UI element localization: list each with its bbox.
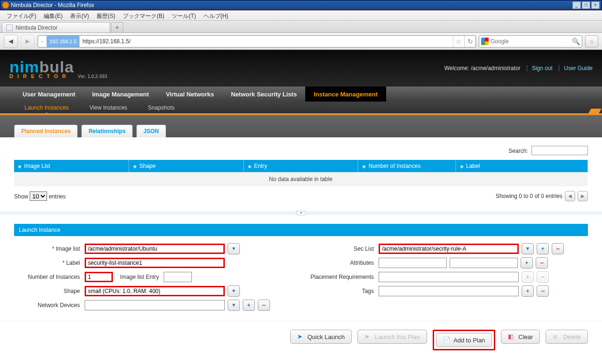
subnav-snapshots[interactable]: Snapshots [138, 102, 185, 113]
logo: nimbula DIRECTOR Ver. 1.0.2-593 [9, 58, 107, 79]
tab-planned-instances[interactable]: Planned Instances [14, 125, 78, 137]
col-entry[interactable]: Entry [244, 160, 358, 172]
splitter[interactable]: ▾ [0, 212, 602, 214]
action-bar: ➤ Quick Launch ➤ Launch this Plan 📄 Add … [0, 321, 602, 359]
browser-tab[interactable]: Nimbula Director [2, 22, 110, 32]
entries-select[interactable]: 10 [30, 191, 47, 201]
placement-label: Placement Requirements [308, 274, 379, 280]
menu-view[interactable]: 表示(V) [66, 10, 93, 20]
subnav-view-instances[interactable]: View Instances [79, 102, 138, 113]
subnav-launch-instances[interactable]: Launch Instances [14, 102, 79, 113]
welcome-area: Welcome: /acme/administrator Sign out Us… [444, 65, 593, 71]
search-box[interactable]: 🔍 [479, 35, 582, 47]
entries-label: entries [49, 193, 66, 200]
menu-file[interactable]: ファイル(F) [3, 10, 40, 20]
add-to-plan-highlight: 📄 Add to Plan [433, 330, 495, 350]
attributes-label: Attributes [308, 260, 379, 266]
attr-add-button[interactable]: + [521, 257, 533, 269]
prev-page-button[interactable]: ◄ [565, 191, 575, 201]
nav-instance-management[interactable]: Instance Management [305, 87, 386, 102]
welcome-text: Welcome: /acme/administrator [444, 65, 521, 71]
menu-edit[interactable]: 編集(E) [40, 10, 66, 20]
tab-relationships[interactable]: Relationships [81, 125, 133, 137]
next-page-button[interactable]: ► [578, 191, 588, 201]
new-tab-button[interactable]: + [111, 22, 123, 32]
launch-plan-button: ➤ Launch this Plan [357, 330, 427, 344]
quick-launch-button[interactable]: ➤ Quick Launch [290, 330, 352, 344]
label-input[interactable] [85, 258, 225, 268]
forward-button[interactable]: ► [21, 35, 35, 48]
num-instances-input[interactable] [85, 272, 113, 282]
table-search: Search: [14, 146, 588, 155]
menu-history[interactable]: 履歴(S) [93, 10, 119, 20]
seclist-remove-button[interactable]: − [552, 243, 564, 254]
netdev-input[interactable] [85, 300, 225, 310]
shape-input[interactable] [85, 286, 225, 296]
tab-json[interactable]: JSON [136, 125, 166, 137]
table-search-input[interactable] [531, 146, 588, 155]
netdev-label: Network Devices [14, 302, 85, 309]
home-button[interactable]: ⌂ [585, 35, 598, 47]
urlbar[interactable]: ▫ 192.168.1.5 https://192.168.1.5/ ☆ ↻ [38, 35, 476, 47]
seclist-dropdown[interactable]: ▼ [522, 243, 534, 254]
maximize-button[interactable]: □ [582, 1, 590, 9]
nav-virtual-networks[interactable]: Virtual Networks [158, 87, 222, 102]
netdev-remove-button[interactable]: − [258, 300, 270, 311]
tags-add-button[interactable]: + [522, 285, 534, 297]
app-header: nimbula DIRECTOR Ver. 1.0.2-593 Welcome:… [0, 50, 602, 87]
label-label: * Label [14, 260, 85, 266]
close-button[interactable]: × [591, 1, 600, 9]
nodata-cell: No data available in table [14, 172, 587, 186]
tags-label: Tags [308, 288, 379, 294]
show-label: Show [14, 193, 28, 200]
seclist-input[interactable] [379, 244, 519, 254]
image-list-dropdown[interactable]: ▼ [228, 243, 240, 254]
version-label: Ver. 1.0.2-593 [78, 74, 107, 79]
netdev-add-button[interactable]: + [243, 300, 255, 311]
col-shape[interactable]: Shape [129, 160, 244, 172]
page-icon [6, 24, 13, 31]
attr-remove-button[interactable]: − [536, 257, 548, 269]
attr-value-input[interactable] [450, 258, 518, 268]
site-identity[interactable]: 192.168.1.5 [47, 36, 79, 47]
menu-help[interactable]: ヘルプ(H) [200, 10, 232, 20]
seclist-label: Sec List [308, 245, 379, 252]
entry-label: Image list Entry [113, 274, 164, 280]
delete-icon: ⊘ [553, 333, 560, 340]
nav-image-management[interactable]: Image Management [84, 87, 158, 102]
menu-bookmarks[interactable]: ブックマーク(B) [119, 10, 168, 20]
reload-button[interactable]: ↻ [464, 36, 475, 47]
minimize-button[interactable]: _ [572, 1, 581, 9]
splitter-handle[interactable]: ▾ [296, 211, 306, 215]
nav-user-management[interactable]: User Management [14, 87, 84, 102]
shape-dropdown[interactable]: ▼ [228, 285, 240, 297]
image-list-label: * Image list [14, 245, 85, 252]
search-icon[interactable]: 🔍 [572, 38, 580, 45]
user-guide-link[interactable]: User Guide [559, 65, 593, 71]
entry-input[interactable] [164, 272, 192, 282]
col-image-list[interactable]: Image List [14, 160, 129, 172]
bookmark-star-icon[interactable]: ☆ [453, 36, 464, 47]
netdev-dropdown[interactable]: ▼ [228, 300, 240, 311]
clear-button[interactable]: ◧ Clear [501, 330, 540, 344]
add-to-plan-button[interactable]: 📄 Add to Plan [436, 333, 492, 347]
col-num-instances[interactable]: Number of Instances [358, 160, 455, 172]
page-info-icon: ▫ [38, 38, 47, 45]
image-list-input[interactable] [85, 244, 225, 254]
eraser-icon: ◧ [508, 333, 515, 340]
pager-info: Showing 0 to 0 of 0 entries [496, 193, 562, 199]
browser-tabstrip: Nimbula Director + [0, 21, 602, 33]
attr-key-input[interactable] [379, 258, 447, 268]
tags-input[interactable] [379, 286, 519, 296]
seclist-add-button[interactable]: + [537, 243, 549, 254]
placement-input[interactable] [379, 272, 519, 282]
menu-tools[interactable]: ツール(T) [168, 10, 199, 20]
search-input[interactable] [491, 38, 572, 45]
nav-network-security[interactable]: Network Security Lists [222, 87, 305, 102]
browser-menubar: ファイル(F) 編集(E) 表示(V) 履歴(S) ブックマーク(B) ツール(… [0, 10, 602, 21]
col-label[interactable]: Label [456, 160, 587, 172]
back-button[interactable]: ◄ [4, 35, 18, 48]
tags-remove-button[interactable]: − [537, 285, 549, 297]
browser-tab-title: Nimbula Director [16, 24, 57, 31]
signout-link[interactable]: Sign out [527, 65, 553, 71]
